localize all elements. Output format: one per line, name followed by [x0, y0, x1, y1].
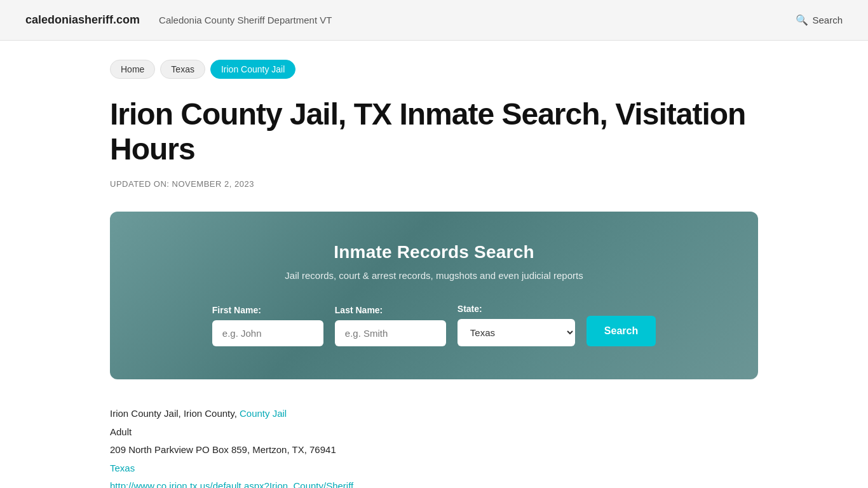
header-search-button[interactable]: 🔍 Search [796, 14, 843, 26]
site-tagline: Caledonia County Sheriff Department VT [159, 15, 776, 25]
breadcrumb: Home Texas Irion County Jail [110, 60, 758, 79]
info-section: Irion County Jail, Irion County, County … [110, 405, 758, 488]
info-line2: Adult [110, 423, 758, 442]
search-button[interactable]: Search [587, 316, 656, 346]
last-name-input[interactable] [335, 320, 446, 346]
county-jail-link[interactable]: County Jail [240, 408, 287, 419]
website-link[interactable]: http://www.co.irion.tx.us/default.aspx?I… [110, 480, 353, 488]
state-label: State: [458, 304, 482, 314]
info-line3: 209 North Parkview PO Box 859, Mertzon, … [110, 441, 758, 459]
page-title: Irion County Jail, TX Inmate Search, Vis… [110, 97, 758, 166]
breadcrumb-irion-county-jail[interactable]: Irion County Jail [210, 60, 295, 79]
info-line5: http://www.co.irion.tx.us/default.aspx?I… [110, 477, 758, 488]
search-form: First Name: Last Name: State: AlabamaAla… [148, 304, 720, 346]
site-header: caledoniasheriff.com Caledonia County Sh… [0, 0, 868, 41]
first-name-group: First Name: [212, 305, 323, 346]
info-line1: Irion County Jail, Irion County, County … [110, 405, 758, 423]
search-box-description: Jail records, court & arrest records, mu… [148, 270, 720, 281]
search-box-title: Inmate Records Search [148, 242, 720, 262]
texas-link[interactable]: Texas [110, 463, 135, 473]
state-select[interactable]: AlabamaAlaskaArizonaArkansasCaliforniaCo… [458, 319, 575, 346]
search-icon: 🔍 [796, 14, 808, 26]
last-name-label: Last Name: [335, 305, 383, 315]
inmate-search-box: Inmate Records Search Jail records, cour… [110, 212, 758, 379]
header-search-label: Search [812, 15, 843, 25]
updated-date: UPDATED ON: NOVEMBER 2, 2023 [110, 179, 758, 189]
first-name-label: First Name: [212, 305, 261, 315]
first-name-input[interactable] [212, 320, 323, 346]
info-line4: Texas [110, 459, 758, 478]
breadcrumb-texas[interactable]: Texas [160, 60, 205, 79]
state-group: State: AlabamaAlaskaArizonaArkansasCalif… [458, 304, 575, 346]
info-line1-text: Irion County Jail, Irion County, [110, 408, 240, 419]
breadcrumb-home[interactable]: Home [110, 60, 155, 79]
last-name-group: Last Name: [335, 305, 446, 346]
site-logo[interactable]: caledoniasheriff.com [25, 13, 140, 27]
main-content: Home Texas Irion County Jail Irion Count… [85, 41, 783, 488]
